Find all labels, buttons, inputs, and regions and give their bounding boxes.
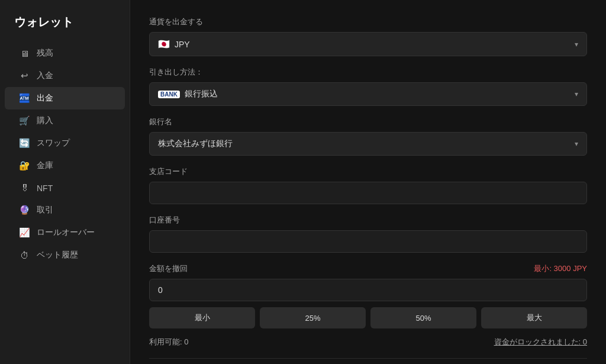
branch-code-group: 支店コード [149, 166, 587, 204]
sidebar-item-label-buy: 購入 [37, 115, 53, 126]
nft-icon: 🎖 [19, 183, 30, 193]
25-percent-button[interactable]: 25% [260, 307, 366, 328]
sidebar-item-label-trade: 取引 [37, 205, 53, 215]
sidebar-item-vault[interactable]: 🔐金庫 [5, 154, 125, 177]
sidebar-item-label-balance: 残高 [37, 48, 53, 59]
sidebar-item-bet-history[interactable]: ⏱ベット履歴 [5, 244, 125, 266]
bank-name-chevron-icon: ▾ [575, 140, 578, 148]
sidebar-item-trade[interactable]: 🔮取引 [5, 199, 125, 221]
min-button[interactable]: 最小 [149, 307, 255, 328]
branch-code-label: 支店コード [149, 166, 587, 177]
account-number-label: 口座番号 [149, 215, 587, 226]
bank-name-label: 銀行名 [149, 117, 587, 127]
deposit-icon: ↩ [19, 70, 30, 81]
bet-history-icon: ⏱ [19, 250, 30, 260]
sidebar-item-rollover[interactable]: 📈ロールオーバー [5, 221, 125, 244]
sidebar-item-withdraw[interactable]: 🏧出金 [5, 87, 125, 109]
sidebar-item-label-rollover: ロールオーバー [37, 227, 95, 238]
sidebar-item-deposit[interactable]: ↩入金 [5, 65, 125, 87]
method-label: 引き出し方法： [149, 67, 587, 78]
sidebar-item-buy[interactable]: 🛒購入 [5, 109, 125, 132]
sidebar-item-label-swap: スワップ [37, 138, 70, 149]
bank-name-select[interactable]: 株式会社みずほ銀行 ▾ [149, 132, 587, 156]
amount-label: 金額を撤回 [149, 263, 188, 274]
bank-icon: BANK [158, 91, 180, 98]
branch-code-input[interactable] [149, 182, 587, 204]
amount-header-row: 金額を撤回 最小: 3000 JPY [149, 263, 587, 274]
currency-select[interactable]: 🇯🇵 JPY ▾ [149, 32, 587, 56]
swap-icon: 🔄 [19, 138, 30, 149]
sidebar-item-label-withdraw: 出金 [37, 93, 53, 104]
divider [149, 358, 587, 359]
sidebar-item-label-deposit: 入金 [37, 70, 53, 81]
currency-label: 通貨を出金する [149, 17, 587, 27]
sidebar-item-label-bet-history: ベット履歴 [37, 250, 78, 260]
rollover-icon: 📈 [19, 227, 30, 238]
sidebar-item-nft[interactable]: 🎖NFT [5, 177, 125, 199]
method-select-wrapper: BANK 銀行振込 ▾ [149, 82, 587, 106]
main-content: 通貨を出金する 🇯🇵 JPY ▾ 引き出し方法： BANK 銀行振込 ▾ 銀行名… [130, 0, 606, 364]
percent-buttons-row: 最小 25% 50% 最大 [149, 307, 587, 328]
sidebar: ウォレット 🖥残高↩入金🏧出金🛒購入🔄スワップ🔐金庫🎖NFT🔮取引📈ロールオーバ… [0, 0, 130, 364]
balance-icon: 🖥 [19, 49, 30, 59]
method-value: 銀行振込 [185, 89, 218, 99]
bank-name-group: 銀行名 株式会社みずほ銀行 ▾ [149, 117, 587, 156]
currency-select-wrapper: 🇯🇵 JPY ▾ [149, 32, 587, 56]
trade-icon: 🔮 [19, 205, 30, 215]
currency-chevron-icon: ▾ [575, 40, 578, 49]
method-select[interactable]: BANK 銀行振込 ▾ [149, 82, 587, 106]
available-row: 利用可能: 0 資金がロックされました: 0 [149, 337, 587, 347]
50-percent-button[interactable]: 50% [370, 307, 476, 328]
locked-link[interactable]: 資金がロックされました: 0 [494, 337, 587, 347]
amount-input[interactable] [149, 279, 587, 301]
currency-value: JPY [175, 40, 190, 49]
currency-flag: 🇯🇵 [158, 38, 170, 50]
max-button[interactable]: 最大 [481, 307, 587, 328]
method-chevron-icon: ▾ [575, 90, 578, 98]
bank-name-value: 株式会社みずほ銀行 [158, 138, 233, 149]
sidebar-item-balance[interactable]: 🖥残高 [5, 42, 125, 65]
available-text: 利用可能: 0 [149, 337, 188, 347]
sidebar-item-label-nft: NFT [37, 183, 53, 193]
withdraw-icon: 🏧 [19, 93, 30, 104]
sidebar-item-swap[interactable]: 🔄スワップ [5, 132, 125, 154]
account-number-group: 口座番号 [149, 215, 587, 253]
account-number-input[interactable] [149, 230, 587, 253]
sidebar-title: ウォレット [0, 14, 130, 42]
sidebar-item-label-vault: 金庫 [37, 160, 53, 171]
vault-icon: 🔐 [19, 160, 30, 171]
min-label: 最小: 3000 JPY [534, 263, 587, 274]
buy-icon: 🛒 [19, 115, 30, 126]
